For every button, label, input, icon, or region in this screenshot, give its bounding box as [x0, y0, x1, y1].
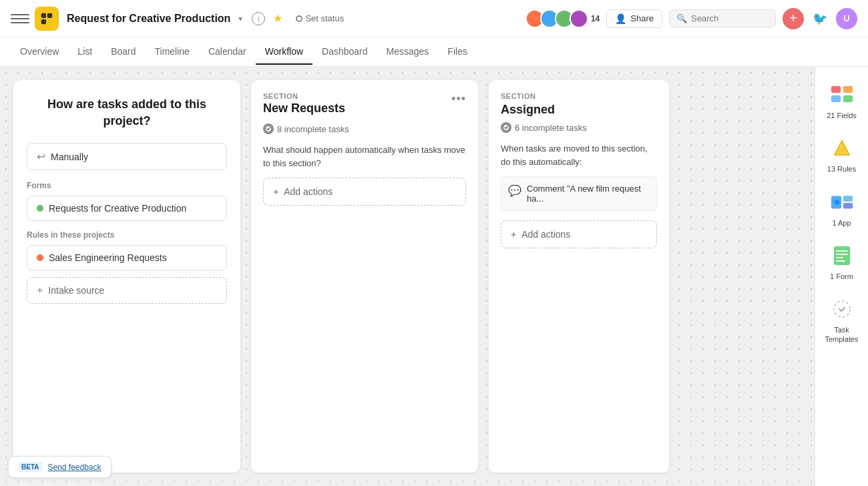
- svg-rect-15: [843, 196, 852, 202]
- plus-icon: +: [37, 284, 43, 296]
- forms-section-label: Forms: [27, 181, 227, 190]
- fields-icon: [830, 83, 854, 107]
- task-templates-icon: [830, 297, 854, 321]
- search-input[interactable]: [691, 13, 769, 23]
- svg-point-21: [834, 301, 850, 317]
- title-dropdown-icon[interactable]: ▾: [238, 14, 242, 23]
- how-tasks-card: How are tasks added to this project? ↩ M…: [13, 80, 240, 473]
- sidebar-forms[interactable]: 1 Form: [819, 238, 865, 286]
- task-templates-label: Task Templates: [823, 325, 861, 344]
- svg-rect-16: [834, 246, 850, 265]
- rules-label: 13 Rules: [827, 164, 856, 174]
- avatar-count: 14: [591, 14, 600, 23]
- section-header-left: Section New Requests: [263, 92, 345, 121]
- assigned-add-actions-button[interactable]: + Add actions: [501, 220, 657, 248]
- intake-source-button[interactable]: + Intake source: [27, 277, 227, 304]
- rule-item[interactable]: Sales Engineering Requests: [27, 245, 227, 270]
- tab-timeline[interactable]: Timeline: [146, 39, 199, 65]
- rules-section-label: Rules in these projects: [27, 230, 227, 240]
- assigned-section-label: Section: [501, 92, 657, 100]
- rule-item-label: Sales Engineering Requests: [49, 252, 167, 263]
- tab-calendar[interactable]: Calendar: [199, 39, 256, 65]
- header: Request for Creative Production ▾ i ★ Se…: [0, 0, 868, 37]
- forms-label: 1 Form: [830, 272, 853, 281]
- tab-workflow[interactable]: Workflow: [256, 39, 312, 65]
- apps-label: 1 App: [832, 218, 851, 228]
- apps-icon: [830, 190, 854, 214]
- assigned-tasks-count: 6 incomplete tasks: [501, 122, 657, 133]
- star-icon[interactable]: ★: [273, 12, 282, 25]
- avatars-group: 14: [525, 9, 600, 28]
- sidebar-apps[interactable]: 1 App: [819, 185, 865, 233]
- assigned-title: Assigned: [501, 103, 657, 117]
- assigned-when-text: When tasks are moved to this section, do…: [501, 142, 657, 168]
- svg-rect-0: [41, 13, 46, 17]
- main-area: How are tasks added to this project? ↩ M…: [0, 67, 868, 486]
- share-button[interactable]: 👤 Share: [606, 9, 662, 28]
- forms-icon: [830, 244, 854, 268]
- project-title: Request for Creative Production: [67, 13, 230, 25]
- assigned-add-actions-label: Add actions: [521, 229, 570, 240]
- assigned-tasks-icon: [501, 122, 511, 133]
- avatar: [570, 9, 588, 28]
- sidebar-task-templates[interactable]: Task Templates: [819, 292, 865, 350]
- svg-point-14: [834, 200, 839, 205]
- tab-files[interactable]: Files: [438, 39, 477, 65]
- new-requests-card: Section New Requests ••• 8 incomplete ta…: [251, 80, 478, 473]
- app-logo: [35, 7, 59, 31]
- comment-action-item[interactable]: 💬 Comment "A new film request ha...: [501, 176, 657, 211]
- status-label: Set status: [305, 13, 344, 23]
- svg-rect-7: [831, 95, 841, 102]
- add-plus-icon: +: [273, 186, 278, 197]
- sidebar-fields[interactable]: 21 Fields: [819, 77, 865, 126]
- add-button[interactable]: +: [783, 8, 804, 29]
- form-item-label: Requests for Creative Production: [49, 203, 186, 214]
- comment-icon: 💬: [508, 184, 521, 197]
- comment-text: Comment "A new film request ha...: [527, 184, 650, 204]
- status-button[interactable]: Set status: [296, 13, 344, 23]
- share-icon: 👤: [615, 13, 626, 24]
- tasks-count-label: 8 incomplete tasks: [277, 124, 349, 134]
- tasks-icon: [263, 124, 274, 134]
- tab-overview[interactable]: Overview: [11, 39, 68, 65]
- menu-icon[interactable]: [11, 9, 29, 28]
- section-label: Section: [263, 92, 345, 100]
- assigned-plus-icon: +: [511, 229, 516, 240]
- tab-dashboard[interactable]: Dashboard: [312, 39, 377, 65]
- tab-messages[interactable]: Messages: [377, 39, 439, 65]
- svg-rect-13: [843, 203, 852, 209]
- add-actions-button[interactable]: + Add actions: [263, 178, 466, 206]
- workflow-area: How are tasks added to this project? ↩ M…: [0, 67, 815, 486]
- search-icon: 🔍: [676, 13, 687, 23]
- rules-icon: ⚡: [830, 136, 854, 160]
- sidebar-rules[interactable]: ⚡ 13 Rules: [819, 131, 865, 179]
- svg-text:⚡: ⚡: [837, 144, 848, 156]
- header-right: 14 👤 Share 🔍 + 🐦 U: [525, 8, 857, 29]
- section-header: Section New Requests •••: [263, 92, 466, 121]
- info-icon[interactable]: i: [252, 12, 265, 25]
- form-dot-icon: [37, 205, 43, 212]
- add-actions-label: Add actions: [284, 186, 333, 197]
- svg-rect-8: [843, 95, 853, 102]
- send-feedback-link[interactable]: Send feedback: [47, 463, 101, 472]
- status-dot: [296, 15, 302, 22]
- more-options-button[interactable]: •••: [451, 92, 466, 106]
- user-avatar[interactable]: U: [836, 8, 857, 29]
- fields-label: 21 Fields: [827, 111, 857, 120]
- beta-badge: BETA: [18, 462, 42, 472]
- manually-icon: ↩: [37, 150, 45, 163]
- svg-rect-2: [41, 19, 46, 23]
- assigned-tasks-count-label: 6 incomplete tasks: [515, 123, 587, 133]
- form-item[interactable]: Requests for Creative Production: [27, 196, 227, 221]
- tab-list[interactable]: List: [68, 39, 101, 65]
- intake-label: Intake source: [48, 285, 104, 296]
- svg-rect-1: [47, 13, 52, 17]
- right-sidebar: 21 Fields ⚡ 13 Rules: [815, 67, 868, 486]
- svg-rect-6: [843, 86, 853, 93]
- tasks-count: 8 incomplete tasks: [263, 124, 466, 134]
- beta-feedback-bar[interactable]: BETA Send feedback: [8, 456, 112, 478]
- notification-icon[interactable]: 🐦: [811, 9, 829, 28]
- tab-board[interactable]: Board: [101, 39, 145, 65]
- new-requests-title: New Requests: [263, 101, 345, 115]
- manually-button[interactable]: ↩ Manually: [27, 143, 227, 170]
